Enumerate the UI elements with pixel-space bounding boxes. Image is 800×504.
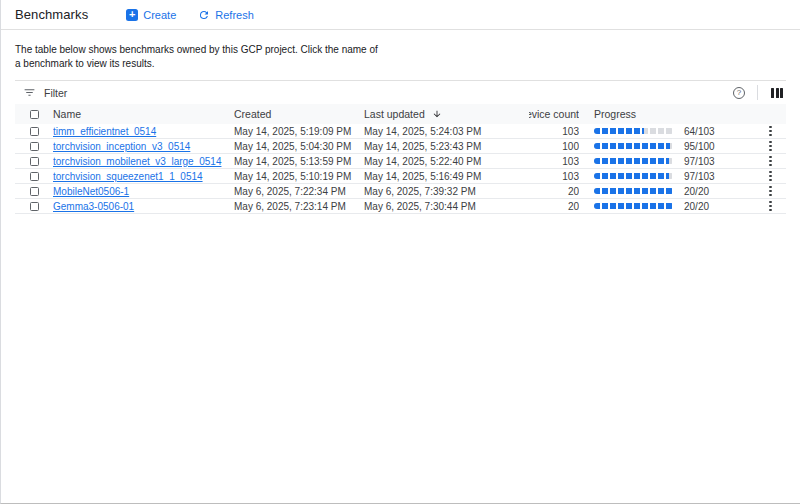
benchmark-name-link[interactable]: timm_efficientnet_0514 xyxy=(53,126,156,137)
filter-label: Filter xyxy=(44,87,67,99)
last-updated-cell: May 14, 2025, 5:23:43 PM xyxy=(364,141,529,152)
progress-label: 64/103 xyxy=(684,126,715,137)
row-checkbox[interactable] xyxy=(30,172,39,181)
filter-button[interactable]: Filter xyxy=(23,86,67,99)
created-cell: May 14, 2025, 5:13:59 PM xyxy=(234,156,364,167)
row-menu-button[interactable] xyxy=(765,124,776,139)
create-button[interactable]: + Create xyxy=(126,9,176,21)
table-row: timm_efficientnet_0514May 14, 2025, 5:19… xyxy=(15,124,786,139)
column-header-name[interactable]: Name xyxy=(53,108,234,120)
arrow-down-icon[interactable] xyxy=(432,109,442,119)
benchmark-name-link[interactable]: torchvision_mobilenet_v3_large_0514 xyxy=(53,156,221,167)
progress-bar xyxy=(594,203,674,209)
created-cell: May 14, 2025, 5:10:19 PM xyxy=(234,171,364,182)
description-line: The table below shows benchmarks owned b… xyxy=(15,43,786,57)
row-checkbox[interactable] xyxy=(30,157,39,166)
page-title: Benchmarks xyxy=(15,7,88,22)
created-cell: May 6, 2025, 7:22:34 PM xyxy=(234,186,364,197)
progress-bar xyxy=(594,158,674,164)
table-row: torchvision_inception_v3_0514May 14, 202… xyxy=(15,139,786,154)
device-count-cell: 20 xyxy=(529,201,579,212)
table-row: MobileNet0506-1May 6, 2025, 7:22:34 PMMa… xyxy=(15,184,786,199)
progress-label: 95/100 xyxy=(684,141,715,152)
filter-lines-icon xyxy=(23,86,36,99)
benchmark-name-link[interactable]: torchvision_inception_v3_0514 xyxy=(53,141,190,152)
last-updated-cell: May 6, 2025, 7:39:32 PM xyxy=(364,186,529,197)
description-line: a benchmark to view its results. xyxy=(15,57,786,71)
progress-bar xyxy=(594,188,674,194)
benchmark-name-link[interactable]: Gemma3-0506-01 xyxy=(53,201,134,212)
table-header-row: Name Created Last updated Device count P… xyxy=(15,104,786,124)
benchmark-name-link[interactable]: MobileNet0506-1 xyxy=(53,186,129,197)
device-count-cell: 103 xyxy=(529,156,579,167)
device-count-cell: 103 xyxy=(529,126,579,137)
filter-bar: Filter ? xyxy=(15,80,786,104)
created-cell: May 6, 2025, 7:23:14 PM xyxy=(234,201,364,212)
row-menu-button[interactable] xyxy=(765,169,776,184)
last-updated-cell: May 14, 2025, 5:24:03 PM xyxy=(364,126,529,137)
divider xyxy=(757,85,758,100)
filter-actions: ? xyxy=(733,85,784,100)
column-header-last-updated[interactable]: Last updated xyxy=(364,108,529,120)
column-header-progress[interactable]: Progress xyxy=(579,108,765,120)
plus-box-icon: + xyxy=(126,9,138,21)
select-all-checkbox[interactable] xyxy=(30,110,39,119)
progress-label: 97/103 xyxy=(684,171,715,182)
device-count-cell: 103 xyxy=(529,171,579,182)
progress-label: 20/20 xyxy=(684,201,709,212)
column-header-created[interactable]: Created xyxy=(234,108,364,120)
progress-bar xyxy=(594,143,674,149)
row-checkbox[interactable] xyxy=(30,142,39,151)
row-checkbox[interactable] xyxy=(30,202,39,211)
row-menu-button[interactable] xyxy=(765,184,776,199)
refresh-arrow-icon xyxy=(198,9,210,21)
device-count-cell: 100 xyxy=(529,141,579,152)
table-body: timm_efficientnet_0514May 14, 2025, 5:19… xyxy=(15,124,786,214)
row-checkbox[interactable] xyxy=(30,127,39,136)
column-header-device-count[interactable]: Device count xyxy=(529,108,579,120)
progress-bar xyxy=(594,173,674,179)
toolbar: + Create Refresh xyxy=(126,9,254,21)
device-count-cell: 20 xyxy=(529,186,579,197)
progress-label: 97/103 xyxy=(684,156,715,167)
row-menu-button[interactable] xyxy=(765,199,776,214)
last-updated-cell: May 6, 2025, 7:30:44 PM xyxy=(364,201,529,212)
last-updated-cell: May 14, 2025, 5:16:49 PM xyxy=(364,171,529,182)
refresh-button-label: Refresh xyxy=(215,9,254,21)
benchmark-name-link[interactable]: torchvision_squeezenet1_1_0514 xyxy=(53,171,203,182)
column-display-icon[interactable] xyxy=(770,87,784,99)
benchmarks-table-card: Filter ? Name Created Last updated Devic… xyxy=(15,80,786,214)
progress-label: 20/20 xyxy=(684,186,709,197)
table-row: torchvision_squeezenet1_1_0514May 14, 20… xyxy=(15,169,786,184)
created-cell: May 14, 2025, 5:19:09 PM xyxy=(234,126,364,137)
row-menu-button[interactable] xyxy=(765,154,776,169)
table-row: torchvision_mobilenet_v3_large_0514May 1… xyxy=(15,154,786,169)
row-menu-button[interactable] xyxy=(765,139,776,154)
refresh-button[interactable]: Refresh xyxy=(198,9,254,21)
last-updated-cell: May 14, 2025, 5:22:40 PM xyxy=(364,156,529,167)
row-checkbox[interactable] xyxy=(30,187,39,196)
table-row: Gemma3-0506-01May 6, 2025, 7:23:14 PMMay… xyxy=(15,199,786,214)
create-button-label: Create xyxy=(143,9,176,21)
progress-bar xyxy=(594,128,674,134)
panel-header: Benchmarks + Create Refresh xyxy=(1,0,800,30)
created-cell: May 14, 2025, 5:04:30 PM xyxy=(234,141,364,152)
question-circle-icon[interactable]: ? xyxy=(733,87,745,99)
description: The table below shows benchmarks owned b… xyxy=(15,43,786,71)
